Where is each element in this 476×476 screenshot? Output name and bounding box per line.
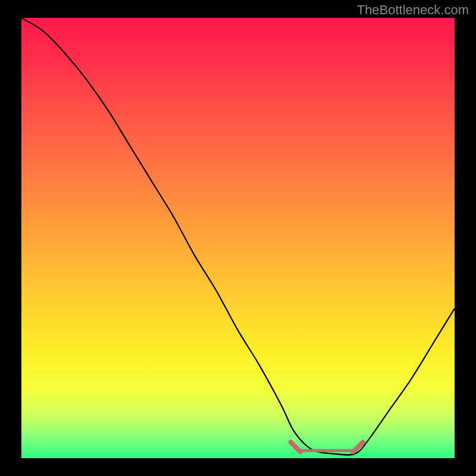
- flat-region-right-mark: [353, 442, 363, 452]
- plot-area: [21, 18, 455, 458]
- bottleneck-curve: [21, 18, 455, 455]
- chart-svg: [21, 18, 455, 458]
- watermark-text: TheBottleneck.com: [357, 2, 469, 18]
